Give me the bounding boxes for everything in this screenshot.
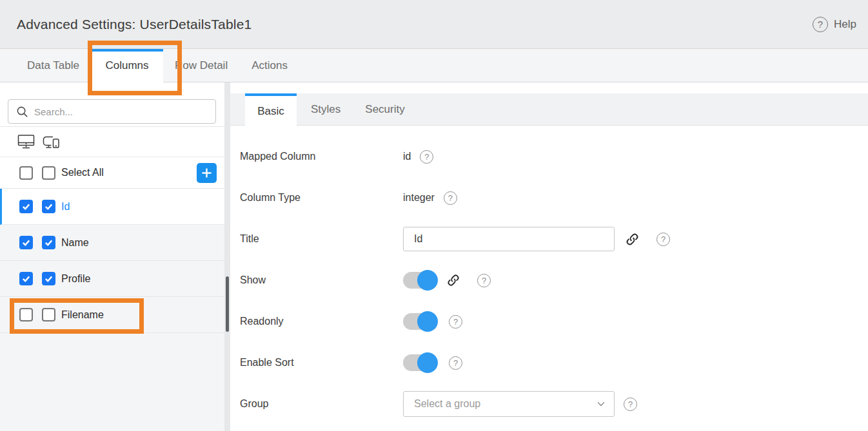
search-icon <box>16 106 28 118</box>
sidebar-scrollbar <box>224 82 230 431</box>
column-item-id[interactable]: Id <box>0 189 224 225</box>
title-help-icon[interactable]: ? <box>656 233 670 246</box>
enable-sort-help-icon[interactable]: ? <box>449 356 462 370</box>
mapped-column-row: Mapped Column id ? <box>240 136 868 177</box>
search-box[interactable] <box>8 99 216 124</box>
column-type-help-icon[interactable]: ? <box>444 191 457 205</box>
enable-sort-toggle-knob <box>417 352 438 373</box>
column-item-label: Filename <box>61 309 104 321</box>
column-type-value: integer <box>403 192 435 204</box>
select-all-row: Select All <box>0 157 224 189</box>
show-toggle-knob <box>417 270 438 291</box>
group-label: Group <box>240 398 403 410</box>
column-type-label: Column Type <box>240 192 403 204</box>
tab-row-detail[interactable]: Row Detail <box>175 49 228 82</box>
column-item-name[interactable]: Name <box>0 225 224 261</box>
show-link-icon[interactable] <box>446 273 460 287</box>
show-toggle[interactable] <box>403 272 437 289</box>
show-help-icon[interactable]: ? <box>477 274 491 287</box>
tab-styles[interactable]: Styles <box>311 93 340 125</box>
column-settings-panel: Basic Styles Security Mapped Column id ?… <box>230 82 868 431</box>
readonly-help-icon[interactable]: ? <box>449 315 462 329</box>
select-all-mobile-checkbox[interactable] <box>42 166 55 180</box>
advanced-settings-window: Advanced Settings: UserDetailsTable1 ? H… <box>0 0 868 431</box>
search-input[interactable] <box>34 106 209 117</box>
show-label: Show <box>240 274 403 286</box>
chevron-down-icon <box>596 399 606 409</box>
title-label: Title <box>240 233 403 245</box>
column-type-row: Column Type integer ? <box>240 177 868 218</box>
column-item-label: Profile <box>61 273 90 285</box>
readonly-toggle[interactable] <box>403 313 437 330</box>
show-row: Show ? <box>240 260 868 301</box>
enable-sort-label: Enable Sort <box>240 357 403 369</box>
readonly-toggle-knob <box>417 311 438 332</box>
devices-icon[interactable] <box>42 134 61 150</box>
columns-sidebar: Select All Id <box>0 82 224 431</box>
tab-data-table[interactable]: Data Table <box>27 49 79 82</box>
help-label: Help <box>834 18 856 31</box>
readonly-label: Readonly <box>240 316 403 327</box>
enable-sort-row: Enable Sort ? <box>240 342 868 383</box>
column-item-profile[interactable]: Profile <box>0 261 224 297</box>
mapped-column-label: Mapped Column <box>240 151 403 162</box>
title-input[interactable] <box>403 227 615 251</box>
id-web-checkbox[interactable] <box>19 200 33 213</box>
basic-settings-form: Mapped Column id ? Column Type integer ?… <box>230 126 868 425</box>
panel-top-gap <box>230 82 868 93</box>
group-select[interactable]: Select a group <box>403 391 615 417</box>
filename-web-checkbox[interactable] <box>19 308 33 321</box>
device-toggle-row <box>0 126 224 157</box>
tab-columns[interactable]: Columns <box>91 49 163 93</box>
profile-web-checkbox[interactable] <box>19 272 33 285</box>
content-area: Select All Id <box>0 82 868 431</box>
page-title: Advanced Settings: UserDetailsTable1 <box>17 17 252 32</box>
main-tabs: Data Table Columns Row Detail Actions <box>0 49 868 82</box>
column-item-label: Id <box>61 201 70 213</box>
header: Advanced Settings: UserDetailsTable1 ? H… <box>0 0 868 49</box>
column-item-filename[interactable]: Filename <box>0 297 224 333</box>
profile-mobile-checkbox[interactable] <box>42 272 55 285</box>
add-column-button[interactable] <box>197 163 217 183</box>
tab-security[interactable]: Security <box>365 93 404 125</box>
name-mobile-checkbox[interactable] <box>42 236 55 249</box>
panel-tabs: Basic Styles Security <box>230 93 868 126</box>
desktop-icon[interactable] <box>17 134 35 150</box>
sidebar-empty-area <box>0 333 224 431</box>
readonly-row: Readonly ? <box>240 301 868 342</box>
name-web-checkbox[interactable] <box>19 236 33 249</box>
help-button[interactable]: ? Help <box>813 17 856 32</box>
title-row: Title ? <box>240 218 868 260</box>
select-all-web-checkbox[interactable] <box>19 166 33 180</box>
mapped-column-value: id <box>403 151 411 162</box>
enable-sort-toggle[interactable] <box>403 354 437 371</box>
sidebar-scrollbar-thumb[interactable] <box>226 276 229 332</box>
group-help-icon[interactable]: ? <box>624 397 637 411</box>
group-select-placeholder: Select a group <box>414 398 596 410</box>
column-item-label: Name <box>61 237 89 249</box>
group-row: Group Select a group ? <box>240 383 868 425</box>
select-all-label: Select All <box>61 167 104 178</box>
tab-basic[interactable]: Basic <box>245 93 297 126</box>
filename-mobile-checkbox[interactable] <box>42 308 55 321</box>
id-mobile-checkbox[interactable] <box>42 200 55 213</box>
mapped-column-help-icon[interactable]: ? <box>420 150 433 164</box>
title-link-icon[interactable] <box>625 232 640 247</box>
tab-actions[interactable]: Actions <box>252 49 288 82</box>
help-circle-icon: ? <box>813 17 828 32</box>
